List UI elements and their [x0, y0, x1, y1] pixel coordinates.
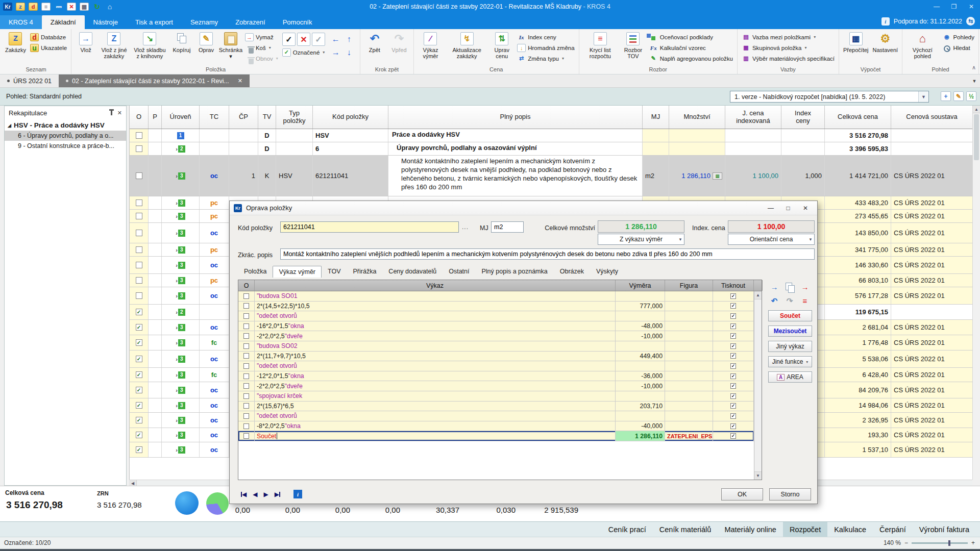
sheet-row[interactable]: "odečet otvorů✓: [238, 361, 754, 371]
row-checkbox[interactable]: [136, 199, 142, 206]
ribbon-button-vlož-skladbu-z-knihovny[interactable]: ↘Vlož skladbu z knihovny: [131, 30, 169, 61]
ribbon-button-aktualizace-zakázky[interactable]: ↯Aktualizace zakázky: [446, 30, 488, 61]
print-icon[interactable]: ⎓: [54, 3, 63, 11]
document-tab[interactable]: 02 - Zateplení stávající části ze stavby…: [59, 74, 250, 87]
first-record-button[interactable]: ◀: [241, 491, 247, 498]
ribbon-button-hledat[interactable]: Hledat: [941, 42, 976, 53]
sheet-expression-cell[interactable]: Součet: [255, 431, 616, 441]
ribbon-button-výchozí-pohled[interactable]: ⌂Výchozí pohled: [905, 30, 940, 61]
dialog-tab-ostatní[interactable]: Ostatní: [443, 265, 475, 277]
price-type-select[interactable]: Orientační cena▼: [728, 234, 815, 245]
row-checkbox[interactable]: ✓: [136, 324, 142, 331]
ribbon-button-rozbor-tov[interactable]: Rozbor TOV: [620, 30, 647, 61]
sheet-row[interactable]: Součet1 286,110ZATEPLENI_EPS✓: [238, 431, 754, 441]
refresh-icon[interactable]: ↻: [92, 3, 102, 11]
ribbon-button-zakázky[interactable]: ZZakázky: [4, 30, 28, 54]
ribbon-button-přepočítej[interactable]: ▦Přepočítej: [842, 30, 870, 54]
delete-check-icon[interactable]: ✕: [67, 3, 76, 11]
row-checkbox[interactable]: [136, 132, 142, 139]
next-record-button[interactable]: ▶: [263, 491, 268, 498]
row-checkbox[interactable]: [136, 230, 142, 236]
sheet-expression-cell[interactable]: 2*(15,67)*6,5: [255, 402, 616, 411]
tab-overflow-icon[interactable]: ▼: [969, 74, 980, 87]
notes-icon[interactable]: ≡: [799, 295, 811, 306]
module-tab-kalkulace[interactable]: Kalkulace: [827, 522, 873, 537]
print-checkbox[interactable]: ✓: [730, 293, 736, 299]
ribbon-button-ukazatele[interactable]: uUkazatele: [29, 42, 68, 53]
module-tab-výrobní-faktura[interactable]: Výrobní faktura: [913, 522, 976, 537]
tool-button-součet[interactable]: Součet: [768, 310, 812, 321]
move-arrow-button[interactable]: ←: [329, 33, 342, 46]
sheet-row-checkbox[interactable]: [243, 393, 249, 399]
info-button[interactable]: i: [293, 490, 302, 498]
row-checkbox[interactable]: [136, 213, 142, 219]
print-checkbox[interactable]: ✓: [730, 433, 736, 439]
dialog-tab-přirážka[interactable]: Přirážka: [347, 265, 383, 277]
select-toggle-icon[interactable]: ✕: [297, 33, 310, 46]
sheet-row[interactable]: "budova SO02✓: [238, 341, 754, 352]
sheet-row-checkbox[interactable]: [243, 383, 249, 389]
sheet-expression-cell[interactable]: "odečet otvorů: [255, 361, 616, 371]
chevron-down-icon[interactable]: ▼: [808, 237, 813, 242]
row-checkbox[interactable]: ✓: [136, 371, 142, 378]
select-toggle-icon[interactable]: ✓: [312, 33, 325, 46]
sheet-row-checkbox[interactable]: [243, 333, 249, 339]
expander-icon[interactable]: ◢: [8, 123, 11, 128]
budget-version-select[interactable]: 1. verze - Nabídkový rozpočet [nabídka] …: [730, 91, 929, 103]
row-checkbox[interactable]: ✓: [136, 432, 142, 438]
select-toggle-icon[interactable]: ✓: [282, 33, 296, 46]
ribbon-button-koš[interactable]: Koš▾: [243, 42, 280, 53]
ok-button[interactable]: OK: [721, 488, 763, 500]
ribbon-button-vymaž[interactable]: →Vymaž: [243, 32, 280, 42]
short-desc-input[interactable]: [280, 248, 815, 260]
ribbon-button-výkaz-výměr[interactable]: ∕Výkaz výměr: [416, 30, 445, 61]
dialog-tab-obrázek[interactable]: Obrázek: [554, 265, 590, 277]
scroll-up-icon[interactable]: ▲: [973, 106, 980, 113]
row-checkbox[interactable]: ✓: [136, 446, 142, 453]
print-checkbox[interactable]: ✓: [730, 303, 736, 309]
sheet-row[interactable]: "odečet otvorů✓: [238, 411, 754, 421]
menu-tab-pomocník[interactable]: Pomocník: [274, 15, 321, 29]
ribbon-button-oceňovací-podklady[interactable]: Oceňovací podklady: [648, 32, 734, 42]
sheet-row-checkbox[interactable]: [243, 373, 249, 379]
print-checkbox[interactable]: ✓: [730, 393, 736, 399]
dialog-tab-tov[interactable]: TOV: [322, 265, 347, 277]
row-checkbox[interactable]: ✓: [136, 356, 142, 362]
move-arrow-button[interactable]: →: [329, 46, 342, 59]
module-tab-čerpání[interactable]: Čerpání: [873, 522, 913, 537]
tool-button-mezisoučet[interactable]: Mezisoučet: [768, 325, 812, 337]
ribbon-button-změna-typu[interactable]: ⇄Změna typu▾: [516, 53, 576, 64]
sheet-row-checkbox[interactable]: [243, 313, 249, 319]
ribbon-button-nastavení[interactable]: ⚙Nastavení: [871, 30, 900, 54]
table-row[interactable]: ›2D6Úpravy povrchů, podlahy a osazování …: [130, 142, 972, 156]
zoom-slider[interactable]: [912, 542, 968, 544]
tool-button-jiný-výkaz[interactable]: Jiný výkaz: [768, 341, 812, 352]
sheet-expression-cell[interactable]: 2*(14,5+22,5)*10,5: [255, 302, 616, 311]
sheet-row[interactable]: "odečet otvorů✓: [238, 311, 754, 321]
row-checkbox[interactable]: ✓: [136, 309, 142, 315]
row-checkbox[interactable]: [136, 145, 142, 152]
print-checkbox[interactable]: ✓: [730, 323, 736, 329]
dialog-maximize-button[interactable]: □: [780, 203, 796, 213]
sheet-row[interactable]: -16*2,0*1,5 "okna-48,000✓: [238, 321, 754, 332]
ribbon-button-uprav-cenu[interactable]: ⇅Uprav cenu: [489, 30, 514, 61]
sheet-expression-cell[interactable]: "odečet otvorů: [255, 311, 616, 321]
print-checkbox[interactable]: ✓: [730, 373, 736, 379]
tool-button-area[interactable]: AAREA: [768, 371, 812, 383]
menu-tab-nástroje[interactable]: Nástroje: [85, 15, 127, 29]
sheet-row[interactable]: 2*(11,7+9,7)*10,5449,400✓: [238, 352, 754, 362]
ribbon-button-oznacene[interactable]: ✓Označené▾: [281, 47, 327, 58]
ribbon-button-kalkulační-vzorec[interactable]: FxKalkulační vzorec: [648, 42, 734, 53]
move-arrow-button[interactable]: ↑: [342, 33, 356, 46]
scroll-up-icon[interactable]: ▲: [754, 291, 762, 299]
tool-button-jiné-funkce[interactable]: Jiné funkce▾: [768, 356, 812, 367]
print-checkbox[interactable]: ✓: [730, 353, 736, 359]
print-checkbox[interactable]: ✓: [730, 333, 736, 339]
pin-icon[interactable]: [111, 111, 112, 115]
print-checkbox[interactable]: ✓: [730, 313, 736, 319]
measurement-indicator-icon[interactable]: ▦: [713, 172, 722, 180]
sheet-scrollbar[interactable]: ▲▼: [754, 291, 762, 480]
kros-logo-icon[interactable]: Kr: [3, 3, 12, 11]
add-version-icon[interactable]: +: [941, 91, 951, 101]
menu-tab-základní[interactable]: Základní: [42, 15, 85, 29]
